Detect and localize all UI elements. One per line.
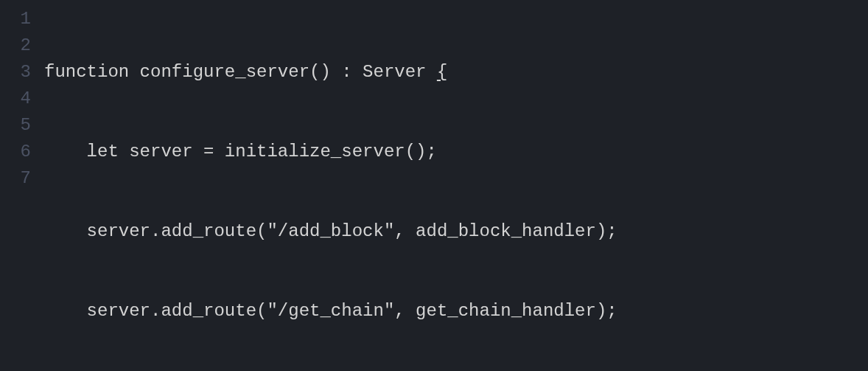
- line-number: 6: [0, 139, 31, 165]
- code-line[interactable]: server.add_route("/add_block", add_block…: [44, 218, 868, 245]
- code-line[interactable]: function configure_server() : Server {: [44, 59, 868, 86]
- line-number: 7: [0, 165, 31, 192]
- code-editor[interactable]: 1 2 3 4 5 6 7 function configure_server(…: [0, 6, 868, 371]
- line-number: 3: [0, 59, 31, 86]
- code-content[interactable]: function configure_server() : Server { l…: [44, 6, 868, 371]
- code-text: server.add_route("/add_block", add_block…: [44, 221, 617, 241]
- code-line[interactable]: let server = initialize_server();: [44, 139, 868, 165]
- code-line[interactable]: server.add_route("/get_chain", get_chain…: [44, 298, 868, 325]
- line-number-gutter: 1 2 3 4 5 6 7: [0, 6, 44, 371]
- line-number: 5: [0, 112, 31, 139]
- line-number: 1: [0, 6, 31, 32]
- line-number: 4: [0, 86, 31, 112]
- code-text: let server = initialize_server();: [44, 142, 437, 162]
- line-number: 2: [0, 32, 31, 59]
- code-text: function configure_server() : Server: [44, 62, 437, 82]
- brace-open: {: [437, 62, 447, 82]
- code-text: server.add_route("/get_chain", get_chain…: [44, 301, 617, 321]
